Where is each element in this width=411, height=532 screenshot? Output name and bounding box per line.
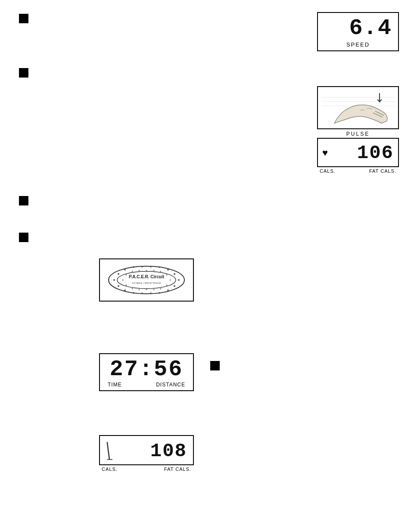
svg-point-24 xyxy=(118,285,119,287)
cals-area: 108 CALS. FAT CALS. xyxy=(99,435,194,472)
pulse-cals-label: CALS. xyxy=(320,168,336,174)
cals-label: CALS. xyxy=(102,467,118,472)
svg-point-14 xyxy=(167,269,169,271)
svg-point-28 xyxy=(139,270,140,271)
svg-point-13 xyxy=(159,266,160,268)
svg-point-26 xyxy=(126,274,127,276)
bullet-marker-2 xyxy=(19,68,28,78)
fatcals-label: FAT CALS. xyxy=(164,467,191,472)
svg-point-9 xyxy=(124,269,126,271)
speed-display: 6.4 SPEED xyxy=(317,12,399,51)
speed-value: 6.4 xyxy=(324,17,392,40)
pulse-display: ♥ 106 xyxy=(317,138,399,167)
pulse-label: PULSE xyxy=(317,131,399,137)
svg-point-18 xyxy=(167,289,169,291)
svg-point-23 xyxy=(124,289,126,291)
svg-point-22 xyxy=(133,292,134,294)
bullet-marker-1 xyxy=(19,14,28,23)
cals-bar-icon xyxy=(104,440,115,462)
svg-point-40 xyxy=(126,285,127,286)
pacer-circuit-area: P.A.C.E.R. Circuit 1/4 MILE / 400 M TRAC… xyxy=(99,258,194,302)
svg-point-33 xyxy=(170,280,171,281)
svg-point-27 xyxy=(132,271,133,272)
svg-point-29 xyxy=(146,270,147,271)
svg-point-34 xyxy=(166,285,168,286)
time-label: TIME xyxy=(108,382,122,388)
speed-label: SPEED xyxy=(324,41,392,48)
svg-point-25 xyxy=(122,280,124,281)
svg-point-30 xyxy=(153,270,155,271)
pulse-area: PULSE ♥ 106 CALS. FAT CALS. xyxy=(317,86,399,174)
svg-point-37 xyxy=(146,289,147,290)
cals-footer: CALS. FAT CALS. xyxy=(99,465,194,472)
cals-value: 108 xyxy=(117,440,187,462)
bullet-marker-4 xyxy=(19,233,28,242)
svg-point-15 xyxy=(174,273,175,275)
svg-point-11 xyxy=(141,266,143,268)
bullet-marker-3 xyxy=(19,196,28,205)
svg-line-43 xyxy=(107,442,109,459)
distance-label: DISTANCE xyxy=(156,382,185,388)
svg-point-38 xyxy=(139,289,140,290)
svg-point-31 xyxy=(160,271,162,272)
svg-point-17 xyxy=(174,285,175,287)
bullet-marker-5 xyxy=(210,361,220,370)
svg-point-12 xyxy=(150,266,152,268)
svg-point-7 xyxy=(113,279,115,281)
cals-box: 108 xyxy=(99,435,194,465)
svg-point-35 xyxy=(160,288,162,289)
svg-point-19 xyxy=(159,292,160,294)
svg-point-20 xyxy=(150,292,152,294)
svg-text:1/4 MILE / 400 M TRACK: 1/4 MILE / 400 M TRACK xyxy=(132,282,161,284)
time-distance-box: 27:56 TIME DISTANCE xyxy=(99,353,194,391)
svg-point-21 xyxy=(141,292,143,294)
heart-icon: ♥ xyxy=(322,147,328,159)
svg-point-36 xyxy=(153,289,155,290)
pulse-fatcals-label: FAT CALS. xyxy=(369,168,396,174)
svg-point-10 xyxy=(133,266,134,268)
svg-point-8 xyxy=(118,273,119,275)
pulse-footer: CALS. FAT CALS. xyxy=(317,167,399,174)
svg-point-6 xyxy=(117,271,176,289)
pacer-box: P.A.C.E.R. Circuit 1/4 MILE / 400 M TRAC… xyxy=(99,258,194,302)
time-distance-value: 27:56 xyxy=(106,358,187,381)
time-distance-area: 27:56 TIME DISTANCE xyxy=(99,353,194,391)
pulse-hand-image xyxy=(317,86,399,129)
svg-text:P.A.C.E.R. Circuit: P.A.C.E.R. Circuit xyxy=(129,274,165,279)
svg-point-16 xyxy=(178,279,180,281)
svg-point-39 xyxy=(132,288,133,289)
svg-point-32 xyxy=(166,274,168,276)
pulse-value: 106 xyxy=(331,142,394,164)
